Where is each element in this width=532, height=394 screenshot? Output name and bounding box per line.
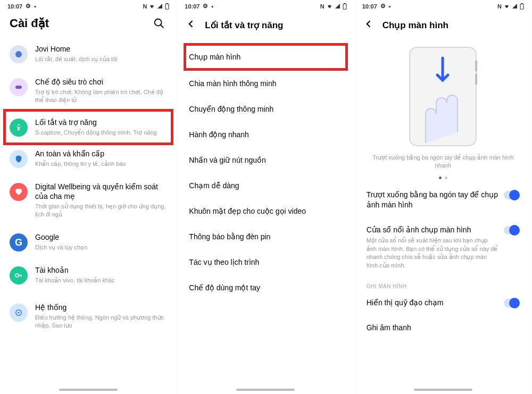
toggle-switch[interactable] — [504, 299, 520, 307]
list-item-smartmotion[interactable]: Chuyển động thông minh — [189, 96, 342, 122]
settings-item-shortcuts[interactable]: Lối tắt và trợ năngS-capture, Chuyển độn… — [10, 114, 167, 140]
chevron-left-icon — [363, 19, 374, 29]
jovi-icon — [10, 45, 28, 63]
svg-point-2 — [155, 19, 162, 26]
status-gear-icon: ⚙ — [203, 3, 208, 10]
google-icon: G — [10, 233, 28, 252]
list-item-scheduled[interactable]: Tác vụ theo lịch trình — [189, 249, 342, 275]
svg-rect-13 — [344, 3, 345, 4]
svg-point-4 — [15, 51, 22, 57]
battery-icon — [343, 3, 347, 10]
search-icon — [153, 18, 165, 29]
game-icon — [10, 78, 28, 96]
svg-rect-0 — [165, 4, 169, 9]
list-item-beautyface[interactable]: Khuôn mặt đẹp cho cuộc gọi video — [189, 198, 342, 224]
status-app-icon: ▪ — [211, 3, 213, 10]
settings-item-jovi[interactable]: Jovi HomeLối tắt, đề xuất, dịch vụ của t… — [10, 38, 167, 71]
screen-screenshot: 10:07 ⚙ ▪ N Chụp màn hình Trượt xuống bằ… — [355, 0, 532, 394]
system-icon — [10, 304, 28, 322]
settings-item-wellbeing[interactable]: Digital Wellbeing và quyền kiểm soát của… — [10, 175, 167, 226]
status-right-icons: N — [320, 3, 347, 10]
battery-icon — [520, 3, 524, 10]
status-time: 10:07 — [185, 3, 200, 10]
settings-item-accounts[interactable]: Tài khoảnTài khoản vivo, tài khoản khác — [10, 259, 167, 292]
list-item-splitscreen[interactable]: Chia màn hình thông minh — [189, 71, 342, 96]
signal-icon — [335, 3, 340, 9]
list-item-powerbutton[interactable]: Nhấn và giữ nút nguồn — [189, 147, 342, 173]
status-right-icons: N — [497, 3, 524, 10]
signal-icon — [157, 3, 163, 9]
status-gear-icon: ⚙ — [380, 3, 386, 10]
page-header: Lối tắt và trợ năng — [177, 11, 354, 37]
safety-icon — [10, 150, 28, 168]
nav-bar[interactable] — [59, 389, 118, 391]
accessibility-icon — [10, 119, 28, 137]
shortcuts-list: Chụp màn hình Chia màn hình thông minh C… — [177, 37, 354, 300]
nav-bar[interactable] — [236, 389, 295, 391]
list-item-flashnotify[interactable]: Thông báo bằng đèn pin — [189, 224, 342, 249]
list-item-screenshot[interactable]: Chụp màn hình — [184, 43, 347, 71]
status-right-icons: N — [143, 3, 169, 10]
settings-list: Jovi HomeLối tắt, đề xuất, dịch vụ của t… — [0, 38, 177, 337]
section-label: GHI MÀN HÌNH — [367, 276, 520, 291]
dot-2 — [445, 177, 447, 179]
statusbar: 10:07 ⚙ ▪ N — [177, 0, 354, 11]
settings-item-system[interactable]: Hệ thốngĐiều hướng hệ thống, Ngôn ngữ và… — [10, 296, 167, 337]
settings-item-safety[interactable]: An toàn và khẩn cấpKhẩn cấp, thông tin y… — [10, 142, 167, 175]
list-item-easytouch[interactable]: Chạm dễ dàng — [189, 173, 342, 198]
wifi-icon — [327, 3, 332, 9]
page-header: Chụp màn hình — [355, 11, 531, 37]
screen-settings: 10:07 ⚙ ▪ N Cài đặt Jovi HomeLối tắt, đề… — [0, 0, 177, 394]
svg-point-7 — [15, 274, 19, 277]
svg-point-11 — [18, 312, 20, 314]
page-title: Chụp màn hình — [383, 20, 448, 31]
list-item-quickaction[interactable]: Hành động nhanh — [189, 122, 342, 147]
back-button[interactable] — [186, 19, 196, 31]
search-button[interactable] — [153, 18, 177, 31]
toggle-show-touch[interactable]: Hiển thị quỹ đạo chạm — [367, 291, 520, 316]
nav-bar[interactable] — [414, 389, 472, 391]
wellbeing-icon — [10, 183, 28, 201]
svg-point-6 — [18, 124, 20, 125]
screen-shortcuts: 10:07 ⚙ ▪ N Lối tắt và trợ năng Chụp màn… — [177, 0, 354, 394]
wifi-icon — [149, 3, 155, 9]
back-button[interactable] — [363, 19, 374, 31]
status-app-icon: ▪ — [34, 3, 36, 10]
svg-rect-15 — [521, 3, 522, 4]
svg-line-3 — [161, 25, 164, 28]
gesture-illustration — [355, 37, 531, 152]
dot-1 — [439, 177, 442, 179]
toggle-floating-window[interactable]: Cửa sổ nổi ảnh chụp màn hìnhMột cửa sổ n… — [367, 219, 520, 276]
toggle-switch[interactable] — [504, 226, 520, 234]
page-title: Cài đặt — [0, 11, 59, 38]
settings-item-google[interactable]: G GoogleDịch vụ và tùy chọn — [10, 226, 167, 259]
gesture-caption: Trượt xuống bằng ba ngón tay để chụp ảnh… — [355, 152, 531, 170]
signal-icon — [512, 3, 518, 9]
toggle-switch[interactable] — [504, 191, 520, 199]
svg-rect-5 — [15, 86, 22, 89]
statusbar: 10:07 ⚙ ▪ N — [0, 0, 177, 11]
page-dots — [355, 170, 531, 183]
page-title: Lối tắt và trợ năng — [205, 20, 283, 31]
svg-rect-12 — [343, 4, 346, 9]
status-app-icon: ▪ — [389, 3, 391, 10]
list-item-onehand[interactable]: Chế độ dùng một tay — [189, 275, 342, 300]
toggle-three-finger[interactable]: Trượt xuống bằng ba ngón tay để chụp ảnh… — [367, 183, 520, 219]
battery-icon — [165, 3, 169, 10]
status-time: 10:07 — [362, 3, 377, 10]
statusbar: 10:07 ⚙ ▪ N — [355, 0, 531, 11]
toggle-record-audio[interactable]: Ghi âm thanh — [367, 316, 520, 335]
chevron-left-icon — [186, 19, 196, 29]
svg-rect-14 — [520, 4, 523, 9]
status-time: 10:07 — [7, 3, 22, 10]
key-icon — [10, 266, 28, 284]
wifi-icon — [504, 3, 510, 9]
svg-rect-1 — [167, 3, 168, 4]
toggles-list: Trượt xuống bằng ba ngón tay để chụp ảnh… — [355, 183, 531, 335]
settings-item-game[interactable]: Chế độ siêu trò chơiTrợ lý trò chơi, Khô… — [10, 71, 167, 112]
status-gear-icon: ⚙ — [26, 3, 31, 10]
